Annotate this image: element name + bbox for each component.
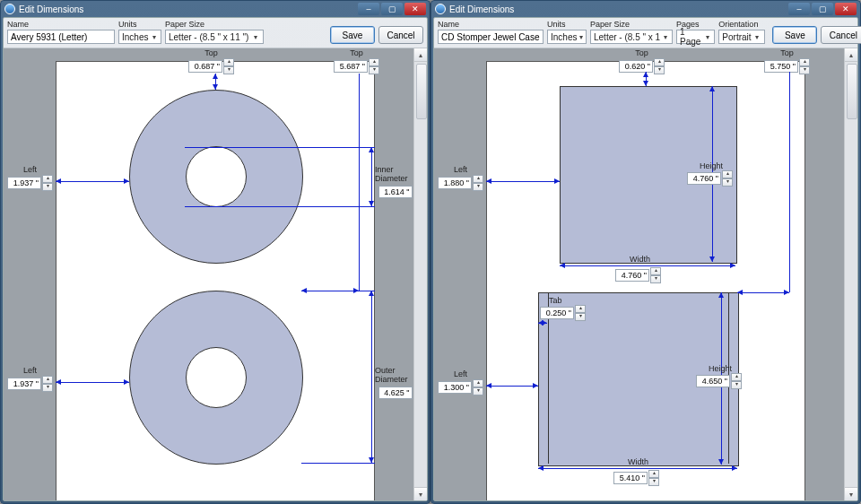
dim-height-2-input[interactable] <box>696 375 730 387</box>
vertical-scrollbar[interactable]: ▴ ▾ <box>844 48 857 500</box>
dim-left-2: Left ▴▾ <box>438 369 483 395</box>
spinner[interactable]: ▴▾ <box>223 58 234 74</box>
window-minimize-button[interactable]: – <box>788 3 810 15</box>
scroll-up-button[interactable]: ▴ <box>845 48 857 62</box>
orientation-value: Portrait <box>722 32 751 42</box>
dim-left-2-input[interactable] <box>7 378 41 390</box>
units-select[interactable]: Inches ▾ <box>118 30 161 44</box>
dim-left-1-input[interactable] <box>438 177 472 189</box>
orientation-select[interactable]: Portrait ▾ <box>718 30 765 44</box>
window-maximize-button[interactable]: ▢ <box>381 3 403 15</box>
spinner[interactable]: ▴▾ <box>722 170 733 187</box>
cancel-button[interactable]: Cancel <box>378 26 423 44</box>
spinner[interactable]: ▴▾ <box>473 379 483 395</box>
dim-tab-input[interactable] <box>540 307 574 319</box>
dim-top-1-input[interactable] <box>188 60 222 73</box>
dim-top-2: Top ▴▾ <box>764 48 810 74</box>
dim-top-1-label: Top <box>204 48 218 57</box>
dim-height-1-input[interactable] <box>687 172 721 185</box>
dim-left-2-label: Left <box>454 369 467 378</box>
client-area: Name Units Inches ▾ Paper Size Letter - … <box>3 17 428 501</box>
guide-outer-top <box>301 291 375 291</box>
dim-width-1-input[interactable] <box>615 269 649 282</box>
dim-height-1-label: Height <box>700 161 723 170</box>
disc-1-hole <box>186 146 247 207</box>
dim-top-2-label: Top <box>350 48 363 57</box>
chevron-down-icon: ▾ <box>753 33 762 41</box>
guide-top-2 <box>789 72 790 292</box>
spinner[interactable]: ▴▾ <box>654 58 665 74</box>
window-close-button[interactable]: ✕ <box>835 3 857 15</box>
guide-top-2-h <box>737 292 789 293</box>
guide-outer-bot <box>301 463 375 464</box>
dim-top-2-input[interactable] <box>764 60 798 73</box>
name-label: Name <box>7 20 115 29</box>
arrow-tab <box>538 323 547 324</box>
name-input[interactable] <box>7 30 115 44</box>
dim-top-1-input[interactable] <box>619 60 653 73</box>
dim-left-1: Left ▴▾ <box>438 165 483 191</box>
spinner[interactable]: ▴▾ <box>650 267 661 283</box>
paper-size-select[interactable]: Letter - (8.5 " x 11 ") ▾ <box>165 30 264 44</box>
disc-2 <box>129 291 303 465</box>
window-edit-dimensions-1: Edit Dimensions – ▢ ✕ Name Units Inches … <box>0 0 430 504</box>
chevron-down-icon: ▾ <box>662 33 669 41</box>
units-label: Units <box>118 20 161 29</box>
dim-inner-input[interactable] <box>378 186 413 198</box>
spinner[interactable]: ▴▾ <box>473 175 483 191</box>
titlebar[interactable]: Edit Dimensions – ▢ ✕ <box>431 1 860 17</box>
window-minimize-button[interactable]: – <box>358 3 379 15</box>
name-input[interactable] <box>438 30 544 44</box>
pages-value: 1 Page <box>680 27 702 47</box>
titlebar[interactable]: Edit Dimensions – ▢ ✕ <box>1 1 430 17</box>
window-edit-dimensions-2: Edit Dimensions – ▢ ✕ Name Units Inches … <box>430 0 861 504</box>
scroll-down-button[interactable]: ▾ <box>845 487 857 500</box>
spinner[interactable]: ▴▾ <box>575 305 586 321</box>
paper-size-select[interactable]: Letter - (8.5 " x 11 ") ▾ <box>590 30 673 44</box>
dim-outer-input[interactable] <box>378 387 413 399</box>
dim-height-2-label: Height <box>709 364 732 373</box>
arrow-width-2 <box>538 468 737 469</box>
save-button[interactable]: Save <box>330 26 375 44</box>
spinner[interactable]: ▴▾ <box>369 58 379 74</box>
units-select[interactable]: Inches ▾ <box>547 30 587 44</box>
spinner[interactable]: ▴▾ <box>648 470 659 486</box>
scroll-thumb[interactable] <box>416 64 427 119</box>
app-icon <box>4 4 15 14</box>
dim-left-2-input[interactable] <box>438 381 472 394</box>
arrow-top-1 <box>215 74 216 90</box>
save-button[interactable]: Save <box>772 26 817 44</box>
dim-top-2-input[interactable] <box>334 60 368 73</box>
arrow-left-1 <box>56 181 129 182</box>
arrow-inner <box>371 147 372 206</box>
vertical-scrollbar[interactable]: ▴ ▾ <box>413 48 427 500</box>
pages-select[interactable]: 1 Page ▾ <box>676 30 715 44</box>
guide-top-2 <box>359 74 360 291</box>
spinner[interactable]: ▴▾ <box>731 373 742 389</box>
spinner[interactable]: ▴▾ <box>799 58 810 74</box>
paper-size-label: Paper Size <box>165 20 264 29</box>
disc-2-hole <box>186 347 247 408</box>
guide-inner-top <box>185 147 375 148</box>
chevron-down-icon: ▾ <box>704 33 711 41</box>
guide-inner-bot <box>185 206 375 207</box>
arrow-left-2 <box>56 382 129 383</box>
dim-width-2: ▴▾ <box>613 470 659 486</box>
window-maximize-button[interactable]: ▢ <box>812 3 833 15</box>
dim-width-2-input[interactable] <box>613 472 648 484</box>
paper-size-value: Letter - (8.5 " x 11 ") <box>594 32 660 42</box>
toolbar: Name Units Inches ▾ Paper Size Letter - … <box>434 18 857 48</box>
units-label: Units <box>547 20 587 29</box>
spinner[interactable]: ▴▾ <box>42 376 53 392</box>
scroll-down-button[interactable]: ▾ <box>414 487 427 500</box>
scroll-up-button[interactable]: ▴ <box>414 48 427 62</box>
dim-width-1: ▴▾ <box>615 267 661 283</box>
scroll-thumb[interactable] <box>847 64 857 119</box>
dim-width-2-label: Width <box>628 457 648 466</box>
cancel-button[interactable]: Cancel <box>821 26 861 44</box>
window-close-button[interactable]: ✕ <box>404 3 426 15</box>
spinner[interactable]: ▴▾ <box>42 175 53 191</box>
dim-left-1-input[interactable] <box>7 177 41 189</box>
units-value: Inches <box>122 32 148 42</box>
arrow-top-1 <box>646 72 647 86</box>
